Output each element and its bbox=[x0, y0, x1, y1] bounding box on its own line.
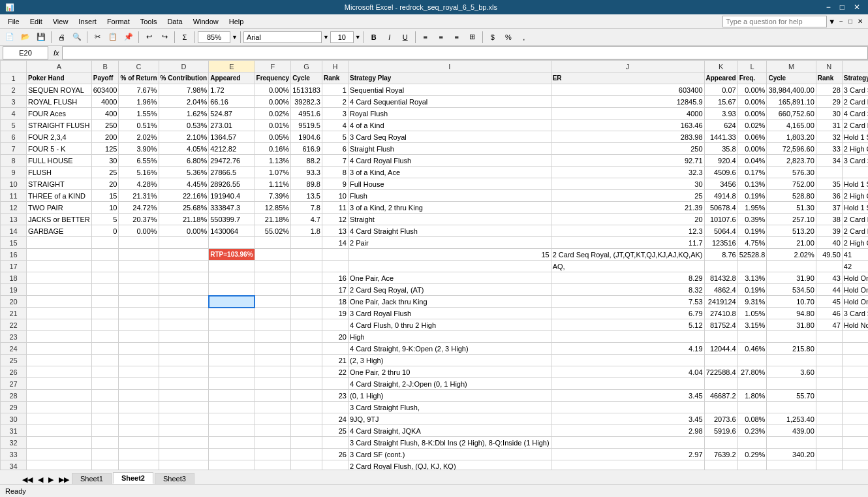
menu-edit[interactable]: Edit bbox=[25, 16, 48, 27]
cell-J23[interactable] bbox=[551, 331, 704, 343]
cell-A27[interactable] bbox=[27, 378, 92, 390]
cell-D26[interactable] bbox=[159, 366, 209, 378]
cell-K6[interactable]: 1441.33 bbox=[704, 131, 737, 143]
cell-I14[interactable]: 4 Card Straight Flush bbox=[348, 225, 551, 237]
copy-button[interactable]: 📋 bbox=[106, 31, 120, 44]
help-input[interactable] bbox=[722, 16, 827, 27]
cell-G9[interactable]: 93.3 bbox=[291, 167, 322, 178]
cell-E13[interactable]: 550399.7 bbox=[209, 214, 255, 225]
cell-E18[interactable] bbox=[209, 272, 255, 284]
cell-C9[interactable]: 5.16% bbox=[119, 167, 159, 178]
cell-E33[interactable] bbox=[209, 449, 255, 460]
cell-C8[interactable]: 6.55% bbox=[119, 155, 159, 167]
cell-L1[interactable]: Freq. bbox=[737, 72, 767, 84]
win-min[interactable]: − bbox=[837, 18, 846, 25]
cell-H33[interactable]: 26 bbox=[322, 449, 348, 460]
cell-G5[interactable]: 9519.5 bbox=[291, 120, 322, 131]
cell-F29[interactable] bbox=[255, 402, 291, 413]
cell-H13[interactable]: 12 bbox=[322, 214, 348, 225]
cell-N28[interactable] bbox=[816, 390, 842, 402]
cell-B32[interactable] bbox=[91, 437, 119, 449]
cell-N8[interactable]: 34 bbox=[816, 155, 842, 167]
cell-B24[interactable] bbox=[91, 343, 119, 355]
cell-D1[interactable]: % Contribution bbox=[159, 72, 209, 84]
cell-I18[interactable]: One Pair, Ace bbox=[348, 272, 551, 284]
cell-M26[interactable]: 3.60 bbox=[767, 366, 816, 378]
cell-N34[interactable] bbox=[816, 460, 842, 470]
cell-F27[interactable] bbox=[255, 378, 291, 390]
col-H[interactable]: H bbox=[322, 61, 348, 72]
cell-O15[interactable]: 2 High Cards, (AJ, AQ, AK) bbox=[842, 237, 868, 249]
cell-I15[interactable]: 2 Pair bbox=[348, 237, 551, 249]
cell-K24[interactable]: 12044.4 bbox=[704, 343, 737, 355]
cell-C33[interactable] bbox=[119, 449, 159, 460]
cell-F14[interactable]: 55.02% bbox=[255, 225, 291, 237]
cell-O7[interactable]: 2 High Cards, (QJ) bbox=[842, 143, 868, 155]
autosum-button[interactable]: Σ bbox=[178, 31, 192, 44]
cell-K8[interactable]: 920.4 bbox=[704, 155, 737, 167]
cell-I6[interactable]: 3 Card Seq Royal bbox=[348, 131, 551, 143]
cell-F5[interactable]: 0.01% bbox=[255, 120, 291, 131]
row-header-33[interactable]: 33 bbox=[1, 449, 27, 460]
row-header-29[interactable]: 29 bbox=[1, 402, 27, 413]
cell-B14[interactable]: 0 bbox=[91, 225, 119, 237]
currency-button[interactable]: $ bbox=[486, 31, 500, 44]
cell-J7[interactable]: 250 bbox=[551, 143, 704, 155]
cell-C29[interactable] bbox=[119, 402, 159, 413]
cell-M27[interactable] bbox=[767, 378, 816, 390]
cell-F12[interactable]: 12.85% bbox=[255, 202, 291, 214]
cell-I5[interactable]: 4 of a Kind bbox=[348, 120, 551, 131]
cell-G30[interactable] bbox=[291, 413, 322, 425]
cell-L30[interactable]: 0.08% bbox=[737, 413, 767, 425]
cell-D23[interactable] bbox=[159, 331, 209, 343]
cell-G15[interactable] bbox=[291, 237, 322, 249]
cell-C22[interactable] bbox=[119, 319, 159, 331]
col-C[interactable]: C bbox=[119, 61, 159, 72]
cell-E25[interactable] bbox=[209, 355, 255, 366]
cell-B26[interactable] bbox=[91, 366, 119, 378]
cell-O17[interactable]: 42 bbox=[842, 261, 868, 272]
cell-G10[interactable]: 89.8 bbox=[291, 178, 322, 190]
row-header-7[interactable]: 7 bbox=[1, 143, 27, 155]
row-header-15[interactable]: 15 bbox=[1, 237, 27, 249]
cell-H21[interactable]: 19 bbox=[322, 308, 348, 319]
cell-F16[interactable] bbox=[255, 249, 291, 261]
print-button[interactable]: 🖨 bbox=[54, 31, 69, 44]
cell-L28[interactable]: 1.80% bbox=[737, 390, 767, 402]
cell-K15[interactable]: 123516 bbox=[704, 237, 737, 249]
cell-L11[interactable]: 0.19% bbox=[737, 190, 767, 202]
close-button[interactable]: ✕ bbox=[851, 3, 863, 12]
cell-M4[interactable]: 660,752.60 bbox=[767, 108, 816, 120]
row-header-17[interactable]: 17 bbox=[1, 261, 27, 272]
cell-H20[interactable]: 18 bbox=[322, 296, 348, 308]
cell-F28[interactable] bbox=[255, 390, 291, 402]
cell-F4[interactable]: 0.02% bbox=[255, 108, 291, 120]
cell-C17[interactable] bbox=[119, 261, 159, 272]
cell-L34[interactable] bbox=[737, 460, 767, 470]
align-center[interactable]: ≡ bbox=[434, 31, 448, 44]
row-header-31[interactable]: 31 bbox=[1, 425, 27, 437]
cell-O26[interactable] bbox=[842, 366, 868, 378]
formula-input[interactable] bbox=[62, 46, 868, 59]
menu-format[interactable]: Format bbox=[102, 16, 135, 27]
cell-F8[interactable]: 1.13% bbox=[255, 155, 291, 167]
win-restore[interactable]: □ bbox=[846, 18, 855, 25]
cell-G18[interactable] bbox=[291, 272, 322, 284]
cell-H10[interactable]: 9 bbox=[322, 178, 348, 190]
cell-A23[interactable] bbox=[27, 331, 92, 343]
cell-I3[interactable]: 4 Card Sequential Royal bbox=[348, 96, 551, 108]
cell-A17[interactable] bbox=[27, 261, 92, 272]
cell-N5[interactable]: 31 bbox=[816, 120, 842, 131]
cell-E2[interactable]: 1.72 bbox=[209, 84, 255, 96]
cell-J1[interactable]: ER bbox=[551, 72, 704, 84]
cell-I1[interactable]: Strategy Play bbox=[348, 72, 551, 84]
row-header-26[interactable]: 26 bbox=[1, 366, 27, 378]
cell-N3[interactable]: 29 bbox=[816, 96, 842, 108]
cell-L14[interactable]: 0.19% bbox=[737, 225, 767, 237]
cell-M30[interactable]: 1,253.40 bbox=[767, 413, 816, 425]
cell-L13[interactable]: 0.39% bbox=[737, 214, 767, 225]
cell-E5[interactable]: 273.01 bbox=[209, 120, 255, 131]
cell-L24[interactable]: 0.46% bbox=[737, 343, 767, 355]
cell-H1[interactable]: Rank bbox=[322, 72, 348, 84]
cell-L20[interactable]: 9.31% bbox=[737, 296, 767, 308]
